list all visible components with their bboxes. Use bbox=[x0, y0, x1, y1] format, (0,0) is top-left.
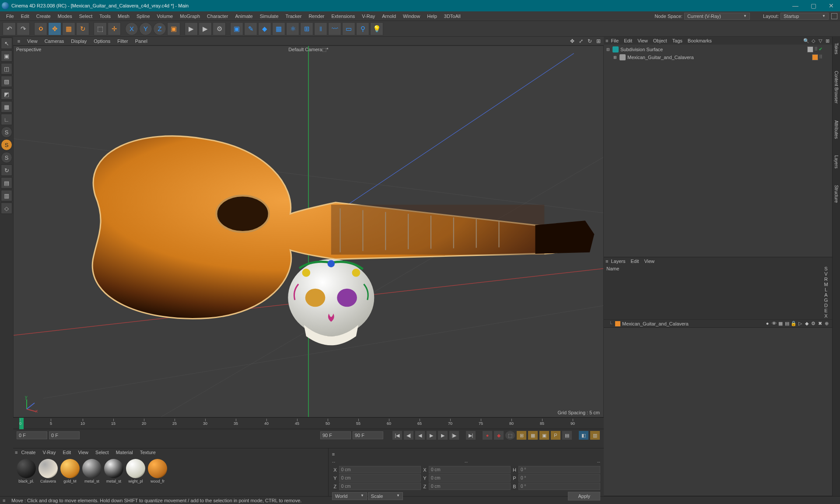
menu-arnold[interactable]: Arnold bbox=[378, 14, 399, 19]
mode-button-1[interactable]: ▣ bbox=[1, 50, 12, 62]
timeline-ruler[interactable]: 051015202530354045505560657075808590 bbox=[13, 418, 604, 429]
atom-button[interactable]: ⚛ bbox=[286, 22, 299, 35]
menu-tracker[interactable]: Tracker bbox=[282, 14, 305, 19]
menu-edit[interactable]: Edit bbox=[18, 14, 33, 19]
mode-button-6[interactable]: ∟ bbox=[1, 114, 12, 125]
layers-menu-edit[interactable]: Edit bbox=[628, 259, 641, 264]
vp-menu-cameras[interactable]: Cameras bbox=[41, 38, 68, 44]
mode-button-12[interactable]: ▥ bbox=[1, 190, 12, 201]
mode-button-8[interactable]: S bbox=[1, 139, 12, 150]
objmgr-path-icon[interactable]: ⊞ bbox=[824, 38, 830, 44]
material-item[interactable]: wight_pl bbox=[125, 459, 146, 494]
dock-tab-attributes[interactable]: Attributes bbox=[834, 119, 839, 140]
dock-tab-structure[interactable]: Structure bbox=[834, 183, 839, 205]
mat-menu-material[interactable]: Material bbox=[112, 450, 136, 455]
mode-button-9[interactable]: S bbox=[1, 152, 12, 163]
objmgr-menu-tags[interactable]: Tags bbox=[670, 38, 685, 43]
cloner-button[interactable]: ⊞ bbox=[300, 22, 313, 35]
axis-button[interactable]: ✛ bbox=[108, 22, 121, 35]
objmgr-menu-edit[interactable]: Edit bbox=[621, 38, 635, 43]
rotate-button[interactable]: ↻ bbox=[76, 22, 89, 35]
param-key-button[interactable]: P bbox=[550, 430, 561, 440]
maximize-button[interactable]: ▢ bbox=[811, 2, 816, 9]
expand-icon[interactable]: ⊟ bbox=[606, 47, 611, 52]
layers-menu-view[interactable]: View bbox=[641, 259, 657, 264]
y-axis-button[interactable]: Y bbox=[139, 22, 152, 35]
menu-file[interactable]: File bbox=[3, 14, 18, 19]
camera-button[interactable]: ⚲ bbox=[356, 22, 369, 35]
frame-current-field[interactable]: 0 F bbox=[49, 431, 80, 439]
status-menu-icon[interactable]: ≡ bbox=[3, 498, 9, 503]
menu-mograph[interactable]: MoGraph bbox=[176, 14, 203, 19]
z-axis-button[interactable]: Z bbox=[153, 22, 166, 35]
layer-row[interactable]: └ Mexican_Guitar_and_Calavera ●👁▦▤🔒▷◆⚙✖⊕ bbox=[604, 320, 832, 327]
render-settings-button[interactable]: ⚙ bbox=[213, 22, 226, 35]
material-item[interactable]: metal_st bbox=[103, 459, 124, 494]
pla-key-button[interactable]: ▤ bbox=[562, 430, 572, 440]
menu-3dtoall[interactable]: 3DToAll bbox=[441, 14, 464, 19]
vp-rotate-icon[interactable]: ↻ bbox=[586, 38, 593, 44]
symmetry-button[interactable]: ⦀ bbox=[314, 22, 327, 35]
pos-key-button[interactable]: ⊞ bbox=[516, 430, 527, 440]
objmgr-menu-file[interactable]: File bbox=[608, 38, 621, 43]
subdiv-button[interactable]: ◆ bbox=[258, 22, 271, 35]
mat-menu-edit[interactable]: Edit bbox=[59, 450, 74, 455]
prev-key-button[interactable]: ◀| bbox=[403, 430, 414, 440]
enable-check-icon[interactable]: ✔ bbox=[819, 46, 822, 52]
material-item[interactable]: metal_st bbox=[81, 459, 102, 494]
size-x-field[interactable]: 0 cm bbox=[429, 466, 511, 473]
goto-start-button[interactable]: |◀ bbox=[392, 430, 402, 440]
layers-menu-layers[interactable]: Layers bbox=[608, 259, 628, 264]
menu-v-ray[interactable]: V-Ray bbox=[358, 14, 378, 19]
mode-button-5[interactable]: ▦ bbox=[1, 101, 12, 112]
mat-menu-texture[interactable]: Texture bbox=[136, 450, 159, 455]
autokey-button[interactable]: ◆ bbox=[494, 430, 504, 440]
mode-button-10[interactable]: ↻ bbox=[1, 164, 12, 176]
rot-p-field[interactable]: 0 ° bbox=[518, 474, 600, 482]
visibility-dots[interactable]: ⠿ bbox=[814, 46, 818, 52]
mat-menu-v-ray[interactable]: V-Ray bbox=[39, 450, 59, 455]
coord-button[interactable]: ▣ bbox=[167, 22, 180, 35]
goto-end-button[interactable]: ▶| bbox=[466, 430, 476, 440]
objmgr-menu-object[interactable]: Object bbox=[651, 38, 670, 43]
object-tag[interactable] bbox=[812, 54, 818, 60]
coord-size-combo[interactable]: Scale▼ bbox=[368, 492, 403, 500]
vp-zoom-icon[interactable]: ⤢ bbox=[578, 38, 584, 44]
record-button[interactable]: ● bbox=[482, 430, 493, 440]
vp-menu-display[interactable]: Display bbox=[67, 38, 90, 44]
keyframe-sel-button[interactable]: ⬚ bbox=[505, 430, 515, 440]
size-y-field[interactable]: 0 cm bbox=[429, 474, 511, 482]
vp-menu-view[interactable]: View bbox=[24, 38, 41, 44]
menu-create[interactable]: Create bbox=[33, 14, 54, 19]
dock-tab-content-browser[interactable]: Content Browser bbox=[834, 69, 839, 105]
scale-key-button[interactable]: ▦ bbox=[528, 430, 538, 440]
menu-volume[interactable]: Volume bbox=[154, 14, 177, 19]
make-preview-button[interactable]: ▶ bbox=[185, 22, 198, 35]
mode-button-13[interactable]: ◇ bbox=[1, 203, 12, 214]
frame-end2-field[interactable]: 90 F bbox=[353, 431, 383, 439]
visibility-dots[interactable]: ⠿ bbox=[819, 54, 822, 60]
coord-apply-button[interactable]: Apply bbox=[568, 492, 600, 500]
material-item[interactable]: gold_M bbox=[60, 459, 80, 494]
menu-select[interactable]: Select bbox=[76, 14, 96, 19]
objmgr-menu-bookmarks[interactable]: Bookmarks bbox=[685, 38, 714, 43]
coord-menu-icon[interactable]: ≡ bbox=[332, 452, 335, 457]
layer-toggles[interactable]: ●👁▦▤🔒▷◆⚙✖⊕ bbox=[764, 321, 830, 326]
play-button[interactable]: ▶ bbox=[426, 430, 437, 440]
menu-modes[interactable]: Modes bbox=[54, 14, 76, 19]
frame-start-field[interactable]: 0 F bbox=[17, 431, 47, 439]
scale-button[interactable]: ▦ bbox=[62, 22, 75, 35]
mode-button-2[interactable]: ◫ bbox=[1, 63, 12, 74]
expand-icon[interactable]: ⊞ bbox=[613, 55, 618, 60]
vp-move-icon[interactable]: ✥ bbox=[569, 38, 576, 44]
vp-layout-icon[interactable]: ⊞ bbox=[595, 38, 602, 44]
objmgr-menu-view[interactable]: View bbox=[635, 38, 651, 43]
viewport-menu-icon[interactable]: ≡ bbox=[15, 38, 23, 45]
pos-x-field[interactable]: 0 cm bbox=[339, 466, 421, 473]
pen-tool-button[interactable]: ✎ bbox=[244, 22, 257, 35]
vp-menu-filter[interactable]: Filter bbox=[114, 38, 131, 44]
object-row[interactable]: ⊟Subdivision Surface⠿✔ bbox=[605, 46, 831, 53]
mode-button-0[interactable]: ↖ bbox=[1, 38, 12, 49]
material-item[interactable]: black_pl. bbox=[16, 459, 37, 494]
prev-frame-button[interactable]: ◀ bbox=[415, 430, 425, 440]
